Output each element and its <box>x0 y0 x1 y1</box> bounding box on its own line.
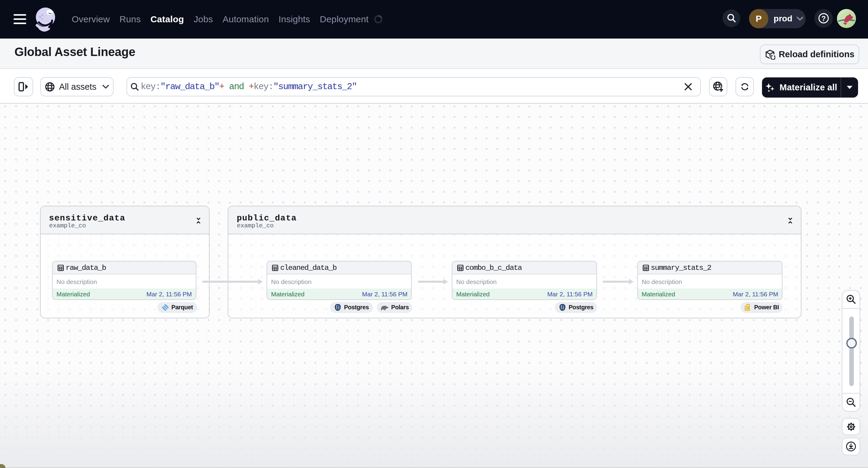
svg-text:?: ? <box>821 15 826 23</box>
